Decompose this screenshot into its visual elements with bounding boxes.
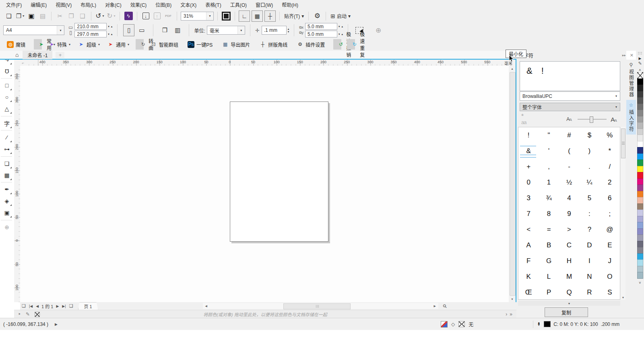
glyph-cell[interactable]: L bbox=[539, 269, 559, 284]
vertical-ruler[interactable]: 35030025020015010050050100 bbox=[14, 66, 20, 302]
show-grid-toggle[interactable]: ▦ bbox=[252, 10, 263, 22]
menu-item[interactable]: 工具(O) bbox=[226, 0, 251, 9]
glyph-cell[interactable]: ¼ bbox=[579, 174, 599, 190]
glyph-cell[interactable]: N bbox=[579, 269, 599, 284]
scroll-right-icon[interactable]: ▶ bbox=[431, 303, 438, 309]
toolbox-tool[interactable]: 字 bbox=[2, 118, 12, 129]
glyph-cell[interactable]: ' bbox=[539, 143, 559, 159]
color-swatch[interactable] bbox=[637, 135, 643, 141]
color-swatch[interactable] bbox=[637, 197, 643, 204]
palette-drag-handle[interactable] bbox=[638, 52, 642, 55]
plugin-button[interactable]: ➤ 通用 ▾ bbox=[103, 39, 133, 50]
plugin-button[interactable]: ┼ 拼版角线 bbox=[256, 39, 293, 50]
glyph-cell[interactable]: 3 bbox=[518, 190, 539, 206]
preview-glyph[interactable]: & bbox=[526, 66, 533, 76]
glyph-cell[interactable]: S bbox=[600, 284, 620, 300]
save-button[interactable]: ▣ bbox=[26, 11, 37, 21]
duplicate-y-input[interactable]: 5.0 mm bbox=[305, 31, 337, 37]
glyph-cell[interactable]: $ bbox=[579, 127, 599, 143]
show-rulers-toggle[interactable]: ∟ bbox=[239, 10, 250, 22]
color-swatch[interactable] bbox=[637, 166, 643, 173]
color-swatch[interactable] bbox=[637, 272, 643, 279]
toolbox-tool[interactable]: ⊶ bbox=[2, 144, 12, 154]
palette-edit-icon[interactable]: ✎ bbox=[638, 61, 642, 67]
menu-item[interactable]: 窗口(W) bbox=[251, 0, 277, 9]
glyph-cell[interactable]: Œ bbox=[518, 284, 539, 300]
new-tab-button[interactable]: + bbox=[56, 52, 64, 58]
fullscreen-preview-button[interactable] bbox=[221, 11, 231, 21]
glyph-cell[interactable]: F bbox=[518, 253, 539, 269]
color-swatch[interactable] bbox=[637, 122, 643, 129]
glyph-cell[interactable]: E bbox=[600, 237, 620, 253]
glyph-cell[interactable]: 4 bbox=[559, 190, 579, 206]
menu-item[interactable]: 文本(X) bbox=[176, 0, 201, 9]
plugin-button[interactable]: ➤ 特殊 ▾ bbox=[45, 39, 74, 50]
duplicate-x-spinner[interactable]: ▾▴ bbox=[339, 25, 343, 28]
plugin-button[interactable]: ➤ 常用 ▾ bbox=[34, 39, 42, 50]
character-subset-combo[interactable]: 整个字体 ▾ bbox=[520, 103, 620, 111]
color-swatch[interactable] bbox=[637, 160, 643, 166]
horizontal-scroll-thumb[interactable] bbox=[283, 303, 351, 309]
undo-button[interactable]: ↺▾ bbox=[95, 11, 105, 21]
glyph-cell[interactable]: * bbox=[600, 143, 620, 159]
nudge-distance-input[interactable]: .1 mm bbox=[262, 26, 287, 35]
glyph-cell[interactable]: Q bbox=[559, 284, 579, 300]
glyph-cell[interactable]: < bbox=[518, 222, 539, 237]
color-swatch[interactable] bbox=[637, 110, 643, 116]
previous-page-button[interactable]: ◀ bbox=[34, 304, 40, 308]
toolbox-tool[interactable]: △ bbox=[2, 104, 12, 114]
duplicate-y-spinner[interactable]: ▾▴ bbox=[339, 33, 343, 36]
glyph-cell[interactable]: # bbox=[559, 127, 579, 143]
color-swatch[interactable] bbox=[637, 191, 643, 198]
page-height-spinner[interactable]: ▾▴ bbox=[108, 33, 112, 36]
menu-item[interactable]: 效果(C) bbox=[126, 0, 151, 9]
app-launcher-button[interactable]: ϟ bbox=[123, 11, 134, 21]
toolbox-tool[interactable]: ∕ bbox=[2, 132, 12, 143]
docker-tab[interactable]: ⚲ 视图管理器 bbox=[626, 60, 636, 100]
glyph-cell[interactable]: > bbox=[559, 222, 579, 237]
menu-item[interactable]: 文件(F) bbox=[2, 0, 26, 9]
document-page[interactable] bbox=[230, 102, 328, 242]
palette-flyout-icon[interactable]: ▶ bbox=[639, 56, 642, 61]
color-swatch[interactable] bbox=[637, 79, 643, 85]
plugin-button[interactable]: ↻ 极速重复 bbox=[347, 39, 355, 50]
glyph-cell[interactable]: / bbox=[600, 159, 620, 174]
glyph-cell[interactable]: ! bbox=[518, 127, 539, 143]
decrease-glyph-size-button[interactable]: A⚲ bbox=[566, 116, 572, 122]
glyph-cell[interactable]: " bbox=[539, 127, 559, 143]
plugin-button[interactable]: ▦ 导出图片 bbox=[218, 39, 256, 50]
color-swatch[interactable] bbox=[637, 91, 643, 98]
glyph-grid-scrollbar[interactable]: ▼ bbox=[621, 127, 625, 300]
plugin-button[interactable]: ◍ 魔镜 bbox=[3, 39, 31, 50]
color-swatch[interactable] bbox=[637, 241, 643, 248]
plugin-button[interactable]: ⊡ 智能群组 bbox=[147, 39, 184, 50]
color-swatch[interactable] bbox=[637, 185, 643, 191]
color-swatch[interactable] bbox=[637, 141, 643, 148]
glyph-cell[interactable]: ¾ bbox=[539, 190, 559, 206]
zoom-level-combo[interactable]: 31%▾ bbox=[181, 12, 214, 21]
color-swatch[interactable] bbox=[637, 172, 643, 179]
launch-menu-button[interactable]: ⊞启动▾ bbox=[329, 11, 352, 21]
menu-item[interactable]: 布局(L) bbox=[76, 0, 101, 9]
glyph-cell[interactable]: 0 bbox=[518, 174, 539, 190]
color-swatch[interactable] bbox=[637, 247, 643, 254]
glyph-cell[interactable]: O bbox=[600, 269, 620, 284]
glyph-cell[interactable]: J bbox=[600, 253, 620, 269]
docker-close-icon[interactable]: ✕ bbox=[630, 53, 634, 58]
increase-glyph-size-button[interactable]: A⚲ bbox=[611, 116, 617, 123]
color-swatch[interactable] bbox=[637, 104, 643, 110]
quick-zoom-icon[interactable]: ⚲ bbox=[442, 303, 448, 309]
page-sorter-icon[interactable]: ❏ bbox=[20, 303, 27, 309]
glyph-cell[interactable]: C bbox=[559, 237, 579, 253]
chevron-down-icon[interactable]: ▾ bbox=[237, 26, 245, 34]
glyph-cell[interactable]: 8 bbox=[539, 206, 559, 222]
color-swatch[interactable] bbox=[637, 147, 643, 154]
first-page-button[interactable]: |◀ bbox=[27, 304, 34, 308]
copy-glyph-button[interactable]: 复制 bbox=[545, 307, 588, 317]
toolbox-tool[interactable]: ✒ bbox=[2, 184, 12, 195]
units-combo[interactable]: 毫米▾ bbox=[207, 26, 245, 35]
glyph-cell[interactable]: I bbox=[579, 253, 599, 269]
glyph-cell[interactable]: G bbox=[539, 253, 559, 269]
menu-item[interactable]: 帮助(H) bbox=[277, 0, 303, 9]
plugin-button[interactable]: ➤ 超级 ▾ bbox=[74, 39, 103, 50]
